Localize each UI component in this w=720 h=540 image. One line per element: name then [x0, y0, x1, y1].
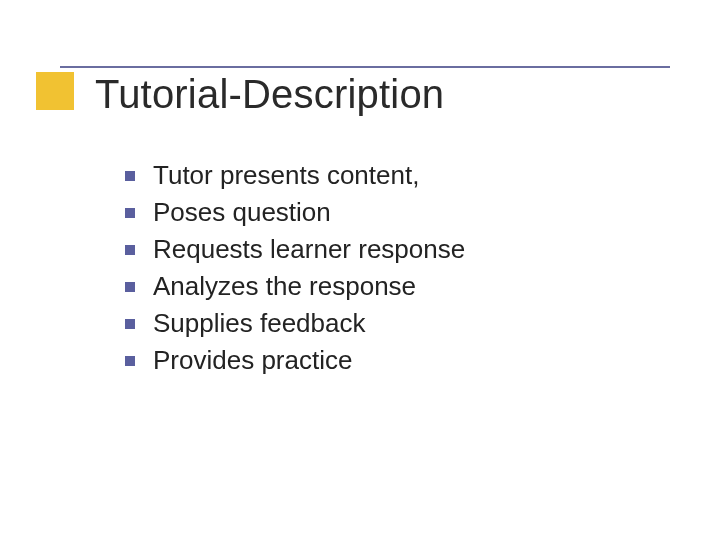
accent-square — [36, 72, 74, 110]
square-bullet-icon — [125, 319, 135, 329]
title-rule — [60, 66, 670, 68]
list-item-text: Requests learner response — [153, 234, 465, 265]
bullet-list: Tutor presents content, Poses question R… — [125, 160, 465, 382]
list-item: Supplies feedback — [125, 308, 465, 339]
square-bullet-icon — [125, 282, 135, 292]
list-item-text: Supplies feedback — [153, 308, 365, 339]
list-item-text: Provides practice — [153, 345, 352, 376]
list-item-text: Poses question — [153, 197, 331, 228]
list-item-text: Analyzes the response — [153, 271, 416, 302]
list-item: Analyzes the response — [125, 271, 465, 302]
square-bullet-icon — [125, 245, 135, 255]
slide-title: Tutorial-Description — [95, 72, 444, 117]
square-bullet-icon — [125, 171, 135, 181]
square-bullet-icon — [125, 208, 135, 218]
list-item: Provides practice — [125, 345, 465, 376]
list-item: Requests learner response — [125, 234, 465, 265]
list-item-text: Tutor presents content, — [153, 160, 419, 191]
slide: Tutorial-Description Tutor presents cont… — [0, 0, 720, 540]
list-item: Poses question — [125, 197, 465, 228]
square-bullet-icon — [125, 356, 135, 366]
list-item: Tutor presents content, — [125, 160, 465, 191]
